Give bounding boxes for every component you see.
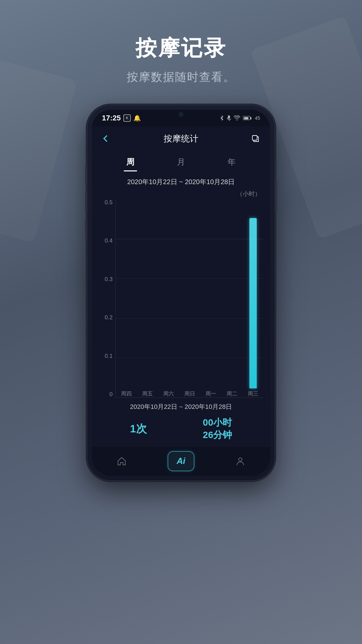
svg-rect-2 <box>252 136 257 140</box>
bottom-nav-home[interactable] <box>92 457 151 466</box>
phone-outer: 17:25 K 🔔 <box>87 105 275 481</box>
bar-label-3: 周日 <box>184 390 195 397</box>
bar-column-2: 周六 <box>158 199 179 397</box>
grid-line-3 <box>116 318 263 319</box>
notification-bell-icon: 🔔 <box>133 114 141 122</box>
chart-bars: 周四周五周六周日周一周二周三 <box>115 199 263 398</box>
bar-label-4: 周一 <box>205 390 216 397</box>
tab-month[interactable]: 月 <box>170 153 192 171</box>
nav-title: 按摩统计 <box>164 133 198 145</box>
phone-inner: 17:25 K 🔔 <box>92 110 270 476</box>
app-content: 按摩统计 周 月 <box>92 126 270 476</box>
status-right-icons: 45 <box>220 115 260 121</box>
y-tick-04: 0.4 <box>105 237 113 244</box>
bar-column-0: 周四 <box>116 199 137 397</box>
bar-column-3: 周日 <box>179 199 200 397</box>
home-icon <box>117 457 126 466</box>
tab-year[interactable]: 年 <box>221 153 242 171</box>
bar-label-0: 周四 <box>121 390 132 397</box>
y-tick-01: 0.1 <box>105 353 113 360</box>
bar-周三 <box>249 218 257 388</box>
profile-icon <box>236 457 245 466</box>
chart-area: 0.5 0.4 0.3 0.2 0.1 0 <box>99 199 263 398</box>
bottom-summary: 2020年10月22日 ~ 2020年10月28日 1次 00小时 26分钟 <box>92 398 270 446</box>
battery-icon <box>243 116 251 120</box>
bar-label-5: 周二 <box>227 390 237 397</box>
duration-hours: 00小时 <box>203 417 232 429</box>
grid-line-4 <box>116 358 263 358</box>
chart-y-axis-label: （小时） <box>99 190 263 198</box>
duration-minutes: 26分钟 <box>203 429 232 441</box>
bar-label-6: 周三 <box>248 390 258 397</box>
phone-mockup: 17:25 K 🔔 <box>87 105 275 481</box>
phone-notch <box>168 110 194 120</box>
bottom-navigation: Ai <box>92 446 270 476</box>
tab-bar: 周 月 年 <box>92 151 270 171</box>
y-tick-00: 0 <box>110 391 113 398</box>
stat-duration-value: 00小时 26分钟 <box>203 417 232 441</box>
stats-row: 1次 00小时 26分钟 <box>99 417 263 441</box>
status-time: 17:25 <box>102 114 121 122</box>
mic-icon <box>227 115 231 121</box>
bar-label-2: 周六 <box>163 390 174 397</box>
y-tick-02: 0.2 <box>105 314 113 321</box>
grid-line-2 <box>116 278 263 279</box>
bar-label-1: 周五 <box>142 390 153 397</box>
y-tick-03: 0.3 <box>105 276 113 283</box>
summary-date-range: 2020年10月22日 ~ 2020年10月28日 <box>99 402 263 411</box>
page-header: 按摩记录 按摩数据随时查看。 <box>127 34 235 85</box>
svg-point-3 <box>239 458 242 461</box>
k-app-icon: K <box>123 114 131 122</box>
bottom-nav-profile[interactable] <box>211 457 270 466</box>
bluetooth-icon <box>220 115 224 121</box>
chart-container: （小时） 0.5 0.4 0.3 0.2 0.1 0 <box>92 190 270 398</box>
wifi-icon <box>234 115 240 121</box>
back-chevron-icon <box>103 135 110 142</box>
page-subtitle: 按摩数据随时查看。 <box>127 69 235 85</box>
grid-line-1 <box>116 239 263 239</box>
y-tick-05: 0.5 <box>105 199 113 206</box>
stat-count-value: 1次 <box>130 422 147 436</box>
chart-y-axis: 0.5 0.4 0.3 0.2 0.1 0 <box>99 199 115 398</box>
svg-rect-0 <box>228 115 230 119</box>
date-range-top: 2020年10月22日 ~ 2020年10月28日 <box>92 171 270 190</box>
stat-duration: 00小时 26分钟 <box>203 417 232 441</box>
share-button[interactable] <box>249 132 262 145</box>
bar-column-5: 周二 <box>221 199 242 397</box>
page-title: 按摩记录 <box>127 34 235 63</box>
bottom-nav-ai[interactable]: Ai <box>151 451 210 471</box>
battery-level: 45 <box>255 115 260 121</box>
bar-column-4: 周一 <box>200 199 221 397</box>
bar-column-1: 周五 <box>137 199 158 397</box>
share-icon <box>251 135 259 143</box>
status-left: 17:25 K 🔔 <box>102 114 141 122</box>
back-button[interactable] <box>100 132 113 145</box>
top-navigation: 按摩统计 <box>92 126 270 151</box>
stat-count: 1次 <box>130 422 147 436</box>
bar-column-6: 周三 <box>242 199 263 397</box>
tab-week[interactable]: 周 <box>120 153 141 171</box>
ai-badge[interactable]: Ai <box>168 451 194 471</box>
